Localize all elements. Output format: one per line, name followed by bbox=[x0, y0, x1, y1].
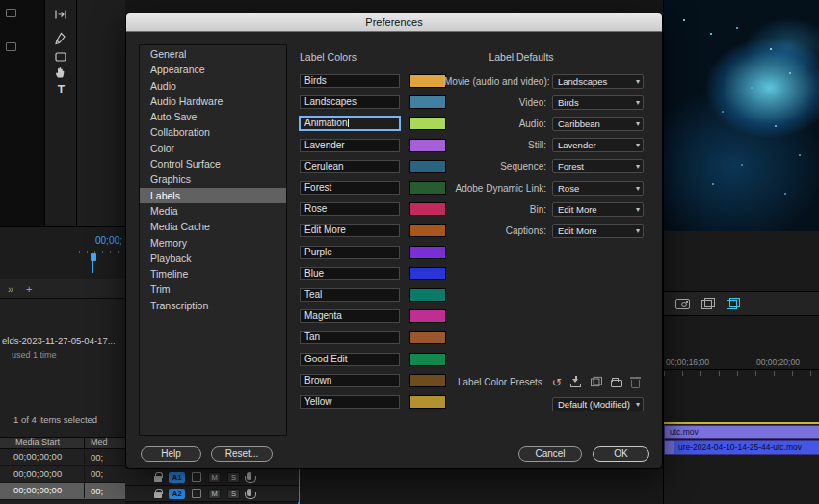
label-color-swatch[interactable] bbox=[410, 224, 446, 237]
snap-icon[interactable] bbox=[727, 298, 740, 309]
category-item[interactable]: Labels bbox=[140, 188, 286, 203]
lock-icon[interactable] bbox=[154, 492, 162, 498]
delete-preset-icon[interactable] bbox=[631, 380, 640, 388]
category-item[interactable]: Control Surface bbox=[140, 156, 286, 172]
category-item[interactable]: Collaboration bbox=[140, 124, 286, 140]
category-item[interactable]: Playback bbox=[140, 251, 286, 266]
solo-button[interactable]: S bbox=[227, 472, 240, 483]
ok-button[interactable]: OK bbox=[593, 446, 649, 462]
timeline-ruler[interactable]: 00;00;16;0000;00;20;00 bbox=[664, 355, 819, 370]
label-name-field[interactable]: Lavender bbox=[300, 139, 400, 152]
track-sync-icon[interactable] bbox=[192, 489, 201, 498]
label-color-swatch[interactable] bbox=[410, 202, 446, 216]
label-color-swatch[interactable] bbox=[410, 139, 446, 152]
label-name-field[interactable]: Rose bbox=[300, 202, 400, 216]
add-icon[interactable]: + bbox=[26, 282, 32, 296]
new-preset-icon[interactable] bbox=[591, 377, 602, 386]
category-item[interactable]: Media bbox=[140, 203, 286, 219]
solo-button[interactable]: S bbox=[227, 489, 240, 499]
track-badge[interactable]: A2 bbox=[169, 489, 185, 499]
label-color-swatch[interactable] bbox=[410, 117, 446, 130]
label-name-field[interactable]: Tan bbox=[300, 331, 400, 344]
label-color-swatch[interactable] bbox=[410, 395, 446, 409]
label-default-dropdown[interactable]: Birds bbox=[552, 95, 644, 110]
label-color-swatch[interactable] bbox=[410, 374, 446, 387]
save-preset-icon[interactable] bbox=[570, 376, 581, 387]
label-color-swatch[interactable] bbox=[410, 181, 446, 195]
category-item[interactable]: Audio Hardware bbox=[140, 93, 286, 109]
label-color-swatch[interactable] bbox=[410, 288, 446, 302]
clip-name[interactable]: elds-2023-11-27-05-04-17... bbox=[2, 335, 124, 346]
label-name-field[interactable]: Blue bbox=[300, 267, 400, 280]
pen-tool-icon[interactable] bbox=[54, 32, 68, 47]
label-name-field[interactable]: Landscapes bbox=[300, 95, 400, 109]
panel-tab-icon[interactable] bbox=[6, 9, 16, 17]
label-name-field[interactable]: Forest bbox=[300, 181, 400, 195]
linked-selection-icon[interactable] bbox=[701, 298, 715, 309]
mic-icon[interactable] bbox=[247, 472, 251, 480]
lock-icon[interactable] bbox=[154, 476, 162, 482]
track-sync-icon[interactable] bbox=[192, 472, 201, 482]
camera-icon[interactable] bbox=[675, 299, 690, 309]
label-name-field[interactable]: Teal bbox=[300, 288, 400, 302]
label-name-field[interactable]: Brown bbox=[300, 374, 400, 387]
collapse-chevrons-icon[interactable]: » bbox=[8, 282, 13, 296]
label-color-swatch[interactable] bbox=[410, 95, 446, 109]
table-row[interactable]: 00;00;00;00 00; bbox=[0, 449, 125, 466]
track-badge[interactable]: A1 bbox=[169, 472, 185, 483]
track-select-tool-icon[interactable] bbox=[54, 8, 68, 23]
label-default-dropdown[interactable]: Landscapes bbox=[552, 74, 644, 89]
column-header[interactable]: Med bbox=[85, 438, 108, 448]
label-name-field[interactable]: Good Edit bbox=[300, 353, 400, 366]
preset-dropdown[interactable]: Default (Modified) bbox=[552, 397, 644, 411]
timeline-clip[interactable]: ure-2024-04-10-14-25-44-utc.mov bbox=[664, 440, 819, 455]
category-item[interactable]: Transcription bbox=[140, 298, 286, 313]
label-color-swatch[interactable] bbox=[410, 331, 446, 344]
reset-button[interactable]: Reset... bbox=[211, 446, 273, 462]
timeline-clip[interactable]: utc.mov bbox=[664, 425, 819, 439]
category-item[interactable]: Memory bbox=[140, 235, 286, 251]
label-name-field[interactable]: Yellow bbox=[300, 395, 400, 409]
category-item[interactable]: Appearance bbox=[140, 62, 286, 77]
undo-icon[interactable] bbox=[552, 373, 562, 390]
category-item[interactable]: Timeline bbox=[140, 266, 286, 281]
label-color-swatch[interactable] bbox=[410, 353, 446, 366]
label-color-swatch[interactable] bbox=[410, 160, 446, 173]
playhead-marker[interactable] bbox=[91, 253, 96, 261]
label-name-field[interactable]: Cerulean bbox=[300, 160, 400, 173]
label-default-dropdown[interactable]: Caribbean bbox=[552, 117, 644, 131]
label-color-swatch[interactable] bbox=[410, 309, 446, 323]
folder-icon[interactable] bbox=[611, 380, 622, 387]
label-default-dropdown[interactable]: Rose bbox=[552, 181, 644, 196]
mute-button[interactable]: M bbox=[208, 472, 221, 483]
category-item[interactable]: Graphics bbox=[140, 172, 286, 187]
rectangle-tool-icon[interactable] bbox=[54, 50, 68, 66]
label-name-field[interactable]: Animation bbox=[300, 117, 400, 130]
category-item[interactable]: Media Cache bbox=[140, 219, 286, 234]
hand-tool-icon[interactable] bbox=[54, 66, 68, 81]
dialog-title[interactable]: Preferences bbox=[126, 13, 662, 32]
table-row[interactable]: 00;00;00;00 00; bbox=[0, 483, 125, 500]
panel-tab-icon[interactable] bbox=[6, 42, 16, 51]
source-timecode[interactable]: 00;00; bbox=[95, 235, 122, 246]
category-item[interactable]: General bbox=[140, 46, 286, 62]
label-name-field[interactable]: Birds bbox=[300, 74, 400, 88]
label-name-field[interactable]: Magenta bbox=[300, 309, 400, 323]
mic-icon[interactable] bbox=[247, 489, 251, 496]
label-color-swatch[interactable] bbox=[410, 74, 446, 88]
table-row[interactable]: 00;00;00;00 00; bbox=[0, 466, 125, 484]
label-default-dropdown[interactable]: Lavender bbox=[552, 138, 644, 152]
label-default-dropdown[interactable]: Edit More bbox=[552, 224, 644, 238]
help-button[interactable]: Help bbox=[141, 446, 201, 462]
column-header[interactable]: Media Start bbox=[0, 438, 85, 448]
cancel-button[interactable]: Cancel bbox=[518, 446, 582, 462]
category-item[interactable]: Auto Save bbox=[140, 109, 286, 124]
label-default-dropdown[interactable]: Edit More bbox=[552, 202, 644, 217]
label-default-dropdown[interactable]: Forest bbox=[552, 159, 644, 173]
type-tool-icon[interactable]: T bbox=[54, 83, 68, 98]
label-color-swatch[interactable] bbox=[410, 246, 446, 259]
mute-button[interactable]: M bbox=[208, 489, 221, 499]
category-item[interactable]: Trim bbox=[140, 281, 286, 297]
category-item[interactable]: Audio bbox=[140, 78, 286, 93]
category-item[interactable]: Color bbox=[140, 141, 286, 156]
